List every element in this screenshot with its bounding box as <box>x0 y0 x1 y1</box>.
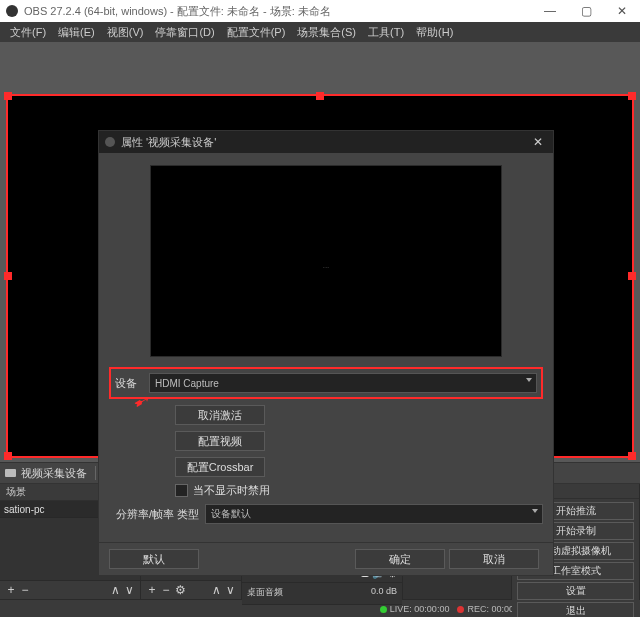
dialog-preview: ... <box>150 165 502 357</box>
resize-handle[interactable] <box>628 92 636 100</box>
add-source-button[interactable]: + <box>145 583 159 597</box>
preview-area: ➸ 属性 '视频采集设备' ✕ ... 设备 HDMI Capture 取消激活… <box>0 42 640 462</box>
remove-source-button[interactable]: − <box>159 583 173 597</box>
device-field-highlight: 设备 HDMI Capture <box>109 367 543 399</box>
resize-handle[interactable] <box>628 452 636 460</box>
menu-edit[interactable]: 编辑(E) <box>52 25 101 40</box>
status-dot-icon <box>457 606 464 613</box>
menu-scene-collection[interactable]: 场景集合(S) <box>291 25 362 40</box>
close-button[interactable]: ✕ <box>604 0 640 22</box>
cancel-button[interactable]: 取消 <box>449 549 539 569</box>
res-fps-dropdown[interactable]: 设备默认 <box>205 504 543 524</box>
source-up-button[interactable]: ∧ <box>209 583 223 597</box>
preview-placeholder: ... <box>323 260 330 269</box>
configure-crossbar-button[interactable]: 配置Crossbar <box>175 457 265 477</box>
deactivate-button[interactable]: 取消激活 <box>175 405 265 425</box>
scene-up-button[interactable]: ∧ <box>108 583 122 597</box>
resize-handle[interactable] <box>628 272 636 280</box>
app-logo-icon <box>6 5 18 17</box>
mixer-channel-desktop: 桌面音频0.0 dB <box>242 583 402 605</box>
menu-profile[interactable]: 配置文件(P) <box>221 25 292 40</box>
res-fps-value: 设备默认 <box>211 507 251 521</box>
properties-dialog: 属性 '视频采集设备' ✕ ... 设备 HDMI Capture 取消激活 配… <box>98 130 554 576</box>
device-value: HDMI Capture <box>155 378 219 389</box>
minimize-button[interactable]: — <box>532 0 568 22</box>
ok-button[interactable]: 确定 <box>355 549 445 569</box>
dialog-close-button[interactable]: ✕ <box>529 135 547 149</box>
menu-help[interactable]: 帮助(H) <box>410 25 459 40</box>
source-props-button[interactable]: ⚙ <box>173 583 187 597</box>
status-live: LIVE: 00:00:00 <box>390 604 450 614</box>
scene-down-button[interactable]: ∨ <box>122 583 136 597</box>
disable-when-hidden-checkbox[interactable]: 当不显示时禁用 <box>175 483 543 498</box>
menubar: 文件(F) 编辑(E) 视图(V) 停靠窗口(D) 配置文件(P) 场景集合(S… <box>0 22 640 42</box>
settings-button[interactable]: 设置 <box>517 582 634 600</box>
configure-video-button[interactable]: 配置视频 <box>175 431 265 451</box>
menu-tools[interactable]: 工具(T) <box>362 25 410 40</box>
titlebar: OBS 27.2.4 (64-bit, windows) - 配置文件: 未命名… <box>0 0 640 22</box>
remove-scene-button[interactable]: − <box>18 583 32 597</box>
dialog-logo-icon <box>105 137 115 147</box>
add-scene-button[interactable]: + <box>4 583 18 597</box>
res-fps-label: 分辨率/帧率 类型 <box>109 507 205 522</box>
resize-handle[interactable] <box>4 92 12 100</box>
checkbox-icon <box>175 484 188 497</box>
menu-dock[interactable]: 停靠窗口(D) <box>149 25 220 40</box>
scenes-header: 场景 <box>6 485 26 499</box>
exit-button[interactable]: 退出 <box>517 602 634 617</box>
device-dropdown[interactable]: HDMI Capture <box>149 373 537 393</box>
context-source-name: 视频采集设备 <box>21 466 87 481</box>
camera-icon <box>5 469 16 477</box>
dialog-titlebar[interactable]: 属性 '视频采集设备' ✕ <box>99 131 553 153</box>
resize-handle[interactable] <box>4 452 12 460</box>
source-down-button[interactable]: ∨ <box>223 583 237 597</box>
resize-handle[interactable] <box>4 272 12 280</box>
menu-file[interactable]: 文件(F) <box>4 25 52 40</box>
defaults-button[interactable]: 默认 <box>109 549 199 569</box>
maximize-button[interactable]: ▢ <box>568 0 604 22</box>
resize-handle[interactable] <box>316 92 324 100</box>
chevron-down-icon <box>532 509 538 513</box>
status-dot-icon <box>380 606 387 613</box>
menu-view[interactable]: 视图(V) <box>101 25 150 40</box>
dialog-title: 属性 '视频采集设备' <box>121 135 216 150</box>
window-title: OBS 27.2.4 (64-bit, windows) - 配置文件: 未命名… <box>24 4 331 19</box>
chevron-down-icon <box>526 378 532 382</box>
checkbox-label: 当不显示时禁用 <box>193 483 270 498</box>
